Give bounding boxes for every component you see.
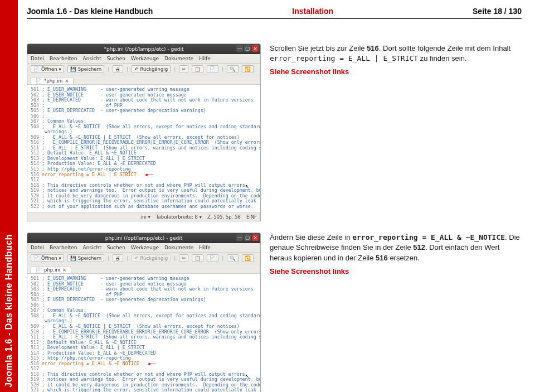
close-button[interactable]: × xyxy=(252,234,259,241)
separator: | xyxy=(108,255,109,261)
print-button[interactable]: 🖨 xyxy=(113,65,123,73)
find-button[interactable]: 🔍 xyxy=(227,65,239,73)
page-header: Joomla 1.6 - Das kleine Handbuch Install… xyxy=(27,7,522,19)
description-1: Scrollen Sie jetzt bis zur Zeile 516. Do… xyxy=(270,43,522,78)
status-position: Z. 505, Sp. 58 xyxy=(207,214,241,220)
cut-button[interactable]: ✂ xyxy=(179,254,188,262)
cut-button[interactable]: ✂ xyxy=(179,65,188,73)
menu-item[interactable]: Dokumente xyxy=(164,245,193,250)
replace-button[interactable]: 🔁 xyxy=(242,65,254,73)
copy-button[interactable]: 📋 xyxy=(192,65,203,73)
separator: | xyxy=(174,66,176,72)
menu-item[interactable]: Bearbeiten xyxy=(50,56,77,61)
separator: | xyxy=(174,255,176,261)
status-insert: EINF xyxy=(246,214,257,220)
window-titlebar: php.ini (/opt/lampp/etc) - gedit — ▢ × xyxy=(27,233,260,243)
screenshot-1: *php.ini (/opt/lampp/etc) - gedit — ▢ × … xyxy=(27,43,261,221)
tab-bar: 📄 php.ini × xyxy=(27,264,260,274)
menubar: Datei Bearbeiten Ansicht Suchen Werkzeug… xyxy=(27,54,260,64)
screenshot-2: php.ini (/opt/lampp/etc) - gedit — ▢ × D… xyxy=(27,233,261,392)
undo-button[interactable]: ↶ Rückgängig xyxy=(132,65,171,73)
tab-bar: 📄 *php.ini × xyxy=(27,75,260,85)
menu-item[interactable]: Ansicht xyxy=(82,56,101,61)
see-screenshot: Siehe Screenshot links xyxy=(270,267,522,277)
menu-item[interactable]: Datei xyxy=(31,56,44,61)
maximize-button[interactable]: ▢ xyxy=(244,234,251,241)
menubar: Datei Bearbeiten Ansicht Suchen Werkzeug… xyxy=(27,243,260,253)
editor-tab[interactable]: 📄 php.ini × xyxy=(31,266,71,273)
paste-button[interactable]: 📄 xyxy=(207,65,218,73)
open-button[interactable]: 📄 Öffnen ▾ xyxy=(31,65,64,73)
save-button[interactable]: 💾 Speichern xyxy=(67,254,104,262)
editor-area[interactable]: 501 ; E_USER_WARNING - user-generated wa… xyxy=(27,274,260,392)
separator: | xyxy=(127,255,128,261)
minimize-button[interactable]: — xyxy=(236,45,243,52)
close-button[interactable]: × xyxy=(252,45,259,52)
side-banner-text: Joomla 1.6 - Das kleine Handbuch xyxy=(4,234,14,388)
menu-item[interactable]: Suchen xyxy=(107,245,125,250)
window-titlebar: *php.ini (/opt/lampp/etc) - gedit — ▢ × xyxy=(27,44,260,54)
description-2: Ändern Sie diese Zeile in error_reportin… xyxy=(270,233,522,277)
menu-item[interactable]: Bearbeiten xyxy=(50,245,77,250)
desc-paragraph: Scrollen Sie jetzt bis zur Zeile 516. Do… xyxy=(270,43,522,64)
separator: | xyxy=(108,66,109,72)
paste-button[interactable]: 📄 xyxy=(207,254,218,262)
menu-item[interactable]: Werkzeuge xyxy=(131,245,159,250)
undo-button: ↶ Rückgängig xyxy=(132,254,171,262)
status-bar: .ini ▾ Tabulatorbreite: 8 ▾ Z. 505, Sp. … xyxy=(27,212,260,221)
open-button[interactable]: 📄 Öffnen ▾ xyxy=(31,254,64,262)
menu-item[interactable]: Hilfe xyxy=(199,245,210,250)
separator: | xyxy=(222,66,223,72)
editor-area[interactable]: 501 ; E_USER_WARNING - user-generated wa… xyxy=(27,85,260,212)
page-number: Seite 18 / 130 xyxy=(473,7,522,16)
header-title: Joomla 1.6 - Das kleine Handbuch xyxy=(27,7,153,16)
desc-paragraph: Ändern Sie diese Zeile in error_reportin… xyxy=(270,233,522,263)
replace-button[interactable]: 🔁 xyxy=(242,254,254,262)
status-lang[interactable]: .ini ▾ xyxy=(139,214,150,220)
maximize-button[interactable]: ▢ xyxy=(244,45,251,52)
print-button[interactable]: 🖨 xyxy=(113,254,123,262)
see-screenshot: Siehe Screenshot links xyxy=(270,67,522,77)
menu-item[interactable]: Werkzeuge xyxy=(131,56,159,61)
toolbar: 📄 Öffnen ▾ 💾 Speichern | 🖨 | ↶ Rückgängi… xyxy=(27,64,260,75)
status-tabwidth[interactable]: Tabulatorbreite: 8 ▾ xyxy=(156,214,202,220)
header-section: Installation xyxy=(292,7,333,16)
menu-item[interactable]: Datei xyxy=(31,245,44,250)
menu-item[interactable]: Hilfe xyxy=(199,56,210,61)
separator: | xyxy=(127,66,128,72)
menu-item[interactable]: Suchen xyxy=(107,56,125,61)
menu-item[interactable]: Dokumente xyxy=(164,56,193,61)
copy-button[interactable]: 📋 xyxy=(192,254,203,262)
side-banner: Joomla 1.6 - Das kleine Handbuch xyxy=(0,0,18,392)
find-button[interactable]: 🔍 xyxy=(227,254,239,262)
window-title: php.ini (/opt/lampp/etc) - gedit xyxy=(105,235,183,241)
separator: | xyxy=(222,255,223,261)
toolbar: 📄 Öffnen ▾ 💾 Speichern | 🖨 | ↶ Rückgängi… xyxy=(27,253,260,264)
menu-item[interactable]: Ansicht xyxy=(82,245,101,250)
minimize-button[interactable]: — xyxy=(236,234,243,241)
window-title: *php.ini (/opt/lampp/etc) - gedit xyxy=(104,46,183,52)
save-button[interactable]: 💾 Speichern xyxy=(67,65,104,73)
editor-tab[interactable]: 📄 *php.ini × xyxy=(31,77,74,84)
